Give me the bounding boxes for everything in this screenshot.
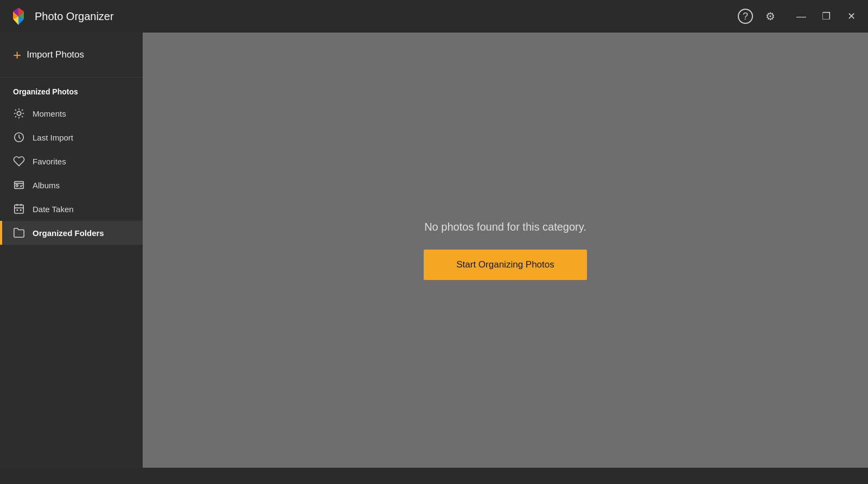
- folder-icon: [13, 227, 25, 239]
- organized-folders-label: Organized Folders: [33, 228, 104, 238]
- sidebar-item-organized-folders[interactable]: Organized Folders: [0, 221, 143, 245]
- moments-label: Moments: [33, 109, 66, 118]
- sidebar-item-moments[interactable]: Moments: [0, 101, 143, 125]
- restore-button[interactable]: ❐: [818, 8, 834, 24]
- sidebar-item-albums[interactable]: Albums: [0, 173, 143, 197]
- import-photos-label: Import Photos: [27, 49, 84, 60]
- app-logo: [9, 7, 28, 26]
- help-icon[interactable]: ?: [738, 9, 753, 24]
- title-bar: Photo Organizer ? ⚙ — ❐ ✕: [0, 0, 868, 33]
- moments-icon: [13, 107, 25, 119]
- window-controls: — ❐ ✕: [793, 8, 859, 24]
- svg-line-6: [22, 116, 23, 117]
- svg-rect-17: [20, 209, 22, 211]
- content-area: No photos found for this category. Start…: [143, 33, 868, 468]
- svg-rect-16: [16, 209, 18, 211]
- date-taken-icon: [13, 203, 25, 215]
- start-organizing-button[interactable]: Start Organizing Photos: [424, 250, 586, 280]
- title-bar-controls: ? ⚙ — ❐ ✕: [738, 8, 859, 24]
- sidebar-item-last-import[interactable]: Last Import: [0, 125, 143, 149]
- last-import-label: Last Import: [33, 133, 73, 142]
- albums-label: Albums: [33, 181, 60, 190]
- settings-icon[interactable]: ⚙: [763, 9, 778, 24]
- bottom-bar: [0, 468, 868, 484]
- import-photos-button[interactable]: + Import Photos: [0, 33, 143, 78]
- svg-line-7: [22, 110, 23, 111]
- favorites-label: Favorites: [33, 157, 66, 166]
- sidebar-item-favorites[interactable]: Favorites: [0, 149, 143, 173]
- app-title: Photo Organizer: [35, 10, 738, 23]
- albums-icon: [13, 179, 25, 191]
- svg-point-0: [17, 111, 21, 115]
- import-plus-icon: +: [13, 48, 21, 62]
- svg-line-8: [15, 116, 16, 117]
- minimize-button[interactable]: —: [793, 8, 809, 24]
- empty-message: No photos found for this category.: [424, 221, 586, 233]
- close-button[interactable]: ✕: [843, 8, 859, 24]
- main-layout: + Import Photos Organized Photos: [0, 33, 868, 468]
- sidebar-section-title: Organized Photos: [0, 78, 143, 101]
- date-taken-label: Date Taken: [33, 205, 74, 214]
- sidebar-item-date-taken[interactable]: Date Taken: [0, 197, 143, 221]
- svg-line-5: [15, 110, 16, 111]
- svg-rect-12: [15, 205, 24, 214]
- sidebar: + Import Photos Organized Photos: [0, 33, 143, 468]
- svg-point-11: [16, 184, 18, 187]
- sidebar-nav: Moments Last Import F: [0, 101, 143, 245]
- favorites-icon: [13, 155, 25, 167]
- last-import-icon: [13, 131, 25, 143]
